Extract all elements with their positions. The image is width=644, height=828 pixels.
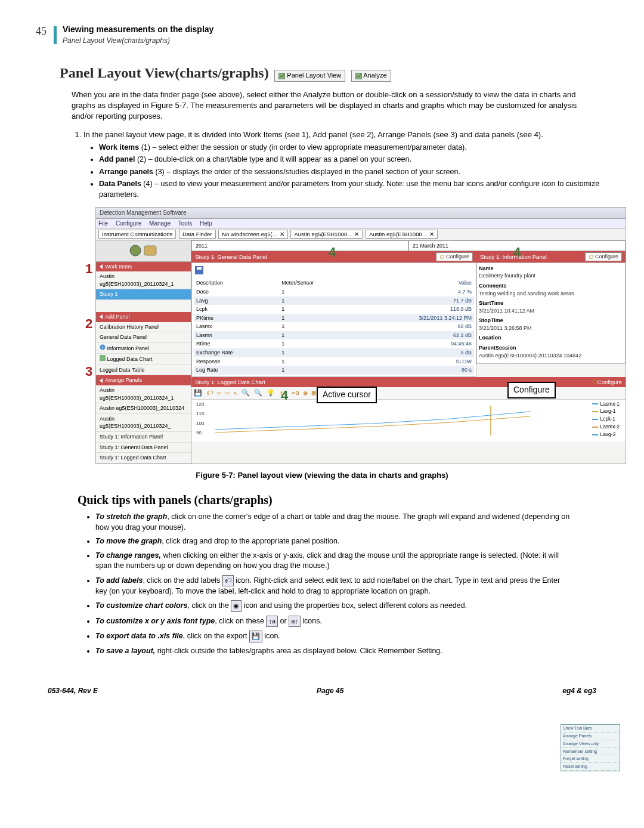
toolbar-tip-icon[interactable]: 💡 (267, 389, 275, 397)
toolbar-zoom-icon[interactable]: 🔍 (242, 389, 250, 397)
toolbar-axis-font-icon[interactable]: ↔a (292, 389, 299, 397)
tab[interactable]: Austin eg5(ESH1000… ✕ (290, 230, 363, 239)
save-icon[interactable] (195, 266, 203, 274)
add-panel-header[interactable]: Add Panel (96, 312, 191, 322)
footer-right: eg4 & eg3 (562, 686, 596, 696)
list-lead-text: In the panel layout view page, it is div… (83, 130, 543, 139)
tip-axis-font: To customize x or y axis font type, clic… (95, 616, 572, 627)
export-icon: 💾 (249, 631, 262, 642)
menu-configure[interactable]: Configure (116, 220, 141, 227)
app-body: Work Items Austin eg5(ESH100003)_2011032… (96, 240, 626, 464)
header-bar (54, 26, 57, 44)
tab-bar[interactable]: Instrument Communications Data Finder No… (96, 229, 626, 240)
arrange-item[interactable]: Austin eg5(ESH100003)_20110324_ (96, 414, 191, 432)
header-heading: Viewing measurements on the display (63, 24, 213, 36)
arrange-panels-header[interactable]: Arrange Panels (96, 375, 191, 385)
add-panel-item[interactable]: i Information Panel (96, 343, 191, 354)
marker-1: 1 (85, 260, 92, 279)
svg-point-7 (440, 255, 444, 258)
y-tick: 110 (196, 410, 204, 417)
toolbar-label-icon[interactable]: 🏷 (206, 389, 213, 397)
toolbar-grid-icon[interactable]: ▦ (312, 389, 316, 397)
menu-help[interactable]: Help (200, 220, 212, 227)
collapse-arrow-icon (100, 314, 103, 319)
tab[interactable]: Instrument Communications (98, 230, 176, 239)
general-data-table: Description Meter/Sensor Value Dose14.7 … (194, 279, 474, 375)
table-row: Response1SLOW (194, 357, 474, 366)
tip-export: To export data to .xls file, click on th… (95, 631, 572, 642)
add-panel-item[interactable]: Logged Data Table (96, 365, 191, 376)
panel-title: Study 1: General Data Panel (195, 253, 267, 261)
sub-item: Work items (1) – select either the sessi… (99, 143, 608, 153)
svg-rect-0 (278, 73, 285, 79)
table-row: PKtime13/21/2011 3:24:12 PM (194, 314, 474, 323)
footer-center: Page 45 (317, 686, 343, 696)
table-row: Lcpk1118.9 dB (194, 305, 474, 314)
page-header: 45 Viewing measurements on the display P… (36, 24, 608, 45)
tab[interactable]: Austin eg5(ESH1000… ✕ (366, 230, 438, 239)
work-item-selected[interactable]: Study 1 (96, 289, 191, 300)
menu-manage[interactable]: Manage (149, 220, 171, 227)
menu-tools[interactable]: Tools (178, 220, 192, 227)
marker-4: 4 (329, 243, 336, 262)
configure-button[interactable]: Configure (436, 252, 473, 261)
toolbar-zoom-icon[interactable]: 🔍 (254, 389, 262, 397)
marker-4: 4 (281, 387, 288, 405)
palette-icon: ◉ (231, 600, 242, 611)
table-row: Exchange Rate15 dB (194, 348, 474, 357)
chart-panel-header: Study 1: Logged Data Chart Configure (191, 377, 626, 387)
add-panel-item[interactable]: Calibration History Panel (96, 322, 191, 333)
toolbar-cursor-icon[interactable]: ↖ (234, 389, 238, 397)
configure-button[interactable]: Configure (592, 378, 622, 386)
toolbar-rect-icon[interactable]: ▭ (225, 389, 230, 397)
callout-active-cursor: Active cursor (317, 387, 377, 403)
home-icon (129, 244, 142, 257)
tip-labels: To add labels, click on the add labels 🏷… (95, 575, 572, 597)
label-icon: 🏷 (222, 575, 234, 586)
arrange-item[interactable]: Austin eg5(ESH100003)_20110324_1 (96, 385, 191, 403)
menu-file[interactable]: File (98, 220, 108, 227)
svg-rect-3 (144, 246, 156, 255)
toolbar-save-icon[interactable]: 💾 (194, 389, 202, 397)
add-panel-item[interactable]: General Data Panel (96, 332, 191, 343)
intro-paragraph: When you are in the data finder page (se… (72, 89, 584, 122)
arrange-item[interactable]: Study 1: General Data Panel (96, 443, 191, 453)
configure-button[interactable]: Configure (585, 252, 622, 261)
table-row: Rtime104:45:46 (194, 339, 474, 348)
arrange-item[interactable]: Study 1: Logged Data Chart (96, 453, 191, 464)
work-items-header[interactable]: Work Items (96, 262, 191, 272)
page-footer: 053-644, Rev E Page 45 eg4 & eg3 (36, 686, 608, 696)
info-row: StopTime3/21/2011 3:26:58 PM (479, 317, 623, 332)
axis-x-font-icon: a↕ (289, 616, 301, 627)
table-row: Lasmn162.1 dB (194, 331, 474, 340)
tab[interactable]: No windscreen eg5(… ✕ (218, 230, 288, 239)
chart-toolbar[interactable]: 💾 🏷 ▭ ▭ ↖ 🔍 🔍 💡 ↕a ↔a ◉ ▦ ↔ ↕ (191, 387, 626, 399)
tab[interactable]: Data Finder (179, 230, 216, 239)
collapse-arrow-icon (100, 378, 103, 383)
info-row: Location (479, 334, 623, 342)
date-row: 2011 21 March 2011 (191, 240, 626, 252)
menu-bar[interactable]: File Configure Manage Tools Help (96, 219, 626, 229)
window-titlebar: Detection Management Software (96, 208, 626, 219)
svg-point-2 (130, 245, 141, 256)
arrange-item[interactable]: Austin eg5(ESH100003)_20110324 (96, 403, 191, 414)
section-title: Panel Layout View(charts/graphs) (60, 63, 269, 84)
info-icon: i (100, 344, 106, 350)
list-lead: In the panel layout view page, it is div… (83, 129, 608, 200)
table-row: Lasmx192 dB (194, 322, 474, 331)
app-screenshot: Detection Management Software File Confi… (95, 207, 626, 464)
work-item[interactable]: Austin eg5(ESH100003)_20110324_1 (96, 271, 191, 289)
chart-area[interactable]: 120 110 100 90 Lasmx-1 Lavg-1 (191, 400, 626, 441)
arrange-item[interactable]: Study 1: Information Panel (96, 432, 191, 443)
sub-item: Arrange panels (3) – displays the order … (99, 167, 608, 178)
callout-configure: Configure (507, 382, 556, 398)
toolbar-color-icon[interactable]: ◉ (304, 389, 308, 397)
y-tick: 90 (196, 430, 202, 436)
gear-icon (439, 254, 445, 259)
tip-range: To change ranges, when clicking on eithe… (95, 551, 572, 571)
y-tick: 100 (196, 420, 204, 427)
add-panel-item[interactable]: Logged Data Chart (96, 354, 191, 365)
toolbar-rect-icon[interactable]: ▭ (217, 389, 221, 397)
panel-title: Study 1: Logged Data Chart (195, 378, 265, 386)
tip-colors: To customize chart colors, click on the … (95, 600, 572, 611)
